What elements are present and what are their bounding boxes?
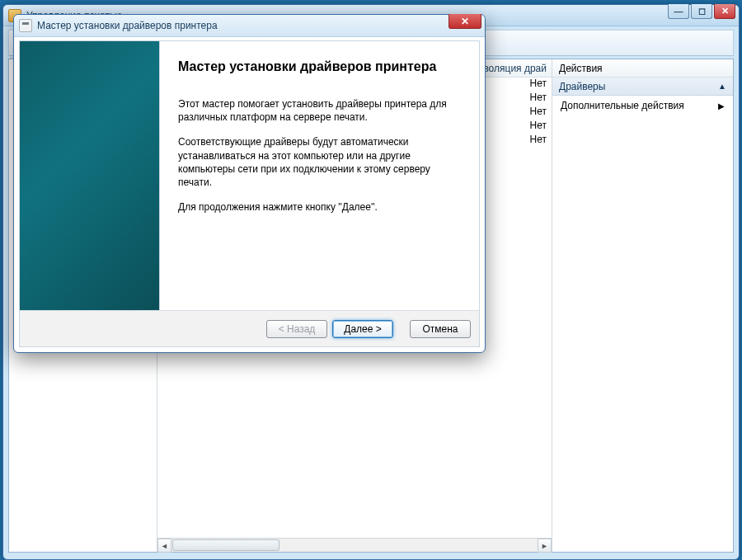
actions-pane-title: Действия: [552, 59, 733, 78]
maximize-button[interactable]: ◻: [691, 4, 712, 19]
wizard-close-button[interactable]: ✕: [448, 14, 481, 29]
wizard-titlebar[interactable]: Мастер установки драйверов принтера ✕: [14, 15, 485, 37]
back-button: < Назад: [266, 320, 327, 338]
wizard-banner: [20, 41, 160, 310]
minimize-button[interactable]: —: [668, 4, 689, 19]
scroll-thumb[interactable]: [172, 539, 279, 551]
actions-item-more[interactable]: Дополнительные действия ▶: [552, 96, 733, 115]
wizard-title: Мастер установки драйверов принтера: [37, 20, 218, 31]
actions-group-label: Драйверы: [559, 81, 605, 92]
wizard-content: Мастер установки драйверов принтера Этот…: [160, 41, 479, 310]
actions-item-label: Дополнительные действия: [561, 100, 684, 111]
parent-window-controls: — ◻ ✕: [666, 4, 735, 19]
close-button[interactable]: ✕: [714, 4, 735, 19]
column-isolation[interactable]: Изоляция драй: [477, 63, 547, 74]
wizard-body: Мастер установки драйверов принтера Этот…: [20, 41, 479, 310]
wizard-paragraph: Соответствующие драйверы будут автоматич…: [178, 135, 450, 189]
wizard-client: Мастер установки драйверов принтера Этот…: [19, 40, 480, 347]
horizontal-scrollbar[interactable]: ◄ ►: [157, 538, 552, 552]
wizard-paragraph: Этот мастер помогает установить драйверы…: [178, 97, 450, 124]
chevron-up-icon: ▲: [718, 82, 726, 91]
wizard-heading: Мастер установки драйверов принтера: [178, 59, 456, 74]
actions-pane: Действия Драйверы ▲ Дополнительные дейст…: [552, 59, 733, 552]
scroll-right-arrow-icon[interactable]: ►: [538, 539, 552, 553]
cancel-button[interactable]: Отмена: [410, 320, 471, 338]
driver-install-wizard: Мастер установки драйверов принтера ✕ Ма…: [13, 14, 486, 353]
chevron-right-icon: ▶: [718, 101, 725, 111]
actions-group-drivers[interactable]: Драйверы ▲: [552, 78, 733, 96]
scroll-left-arrow-icon[interactable]: ◄: [157, 539, 171, 553]
printer-icon: [19, 19, 32, 32]
wizard-paragraph: Для продолжения нажмите кнопку ''Далее''…: [178, 200, 450, 214]
next-button[interactable]: Далее >: [332, 320, 393, 338]
wizard-footer: < Назад Далее > Отмена: [20, 310, 479, 346]
